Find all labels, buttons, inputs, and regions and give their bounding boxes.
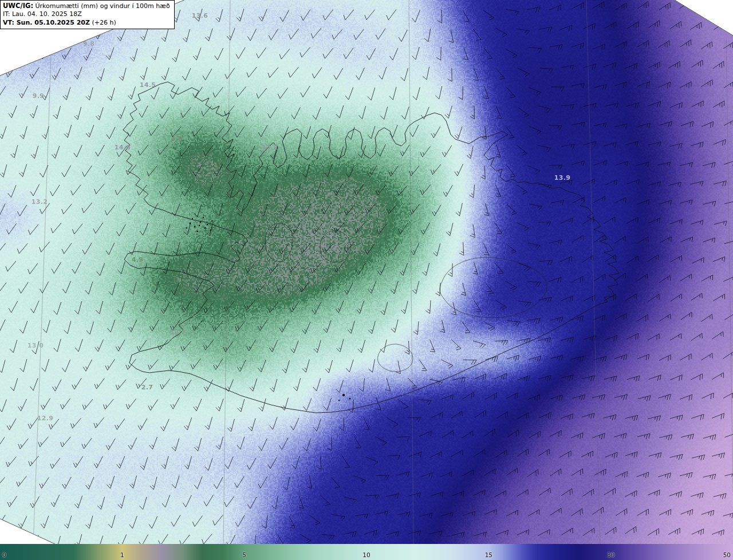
- map-corner-mask: [0, 0, 733, 544]
- islands: [186, 217, 351, 401]
- colorbar-tick-label: 0: [2, 551, 6, 558]
- weather-map: 13.69.89.914.514.64.913.213.213.94.912.6…: [0, 0, 733, 560]
- colorbar-tick-label: 5: [242, 551, 246, 558]
- colorbar: 01510153050: [0, 544, 733, 560]
- valid-time-line: VT: Sun. 05.10.2025 20Z (+26 h): [3, 19, 170, 27]
- colorbar-tick-label: 15: [485, 551, 492, 558]
- title-box: UWC/IG: Úrkomumætti (mm) og vindur í 100…: [0, 0, 175, 29]
- glacier-outline: [265, 223, 547, 372]
- graticule: [33, 0, 733, 544]
- colorbar-tick-label: 30: [607, 551, 614, 558]
- colorbar-tick-label: 10: [362, 551, 370, 558]
- colorbar-tick-label: 1: [120, 551, 124, 558]
- valid-time: VT: Sun. 05.10.2025 20Z: [3, 19, 90, 26]
- init-time: IT: Lau. 04. 10. 2025 18Z: [3, 10, 170, 18]
- map-title: Úrkomumætti (mm) og vindur í 100m hæð: [33, 2, 170, 10]
- coastline-path: [123, 82, 619, 413]
- valid-offset: (+26 h): [90, 19, 116, 26]
- map-overlay-svg: [0, 0, 733, 544]
- colorbar-tick-label: 50: [723, 551, 731, 558]
- map-title-line: UWC/IG: Úrkomumætti (mm) og vindur í 100…: [3, 2, 170, 10]
- model-name: UWC/IG:: [3, 2, 33, 10]
- colorbar-ticks: 01510153050: [0, 544, 733, 560]
